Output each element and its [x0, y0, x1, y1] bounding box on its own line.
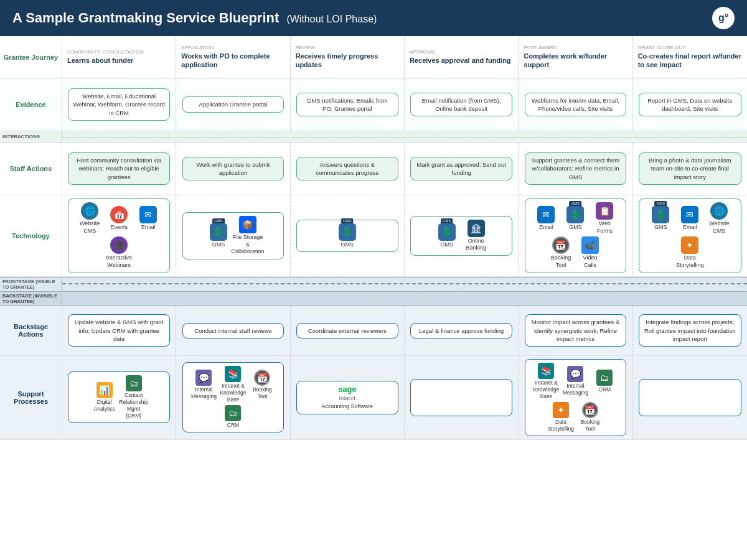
support-cell-6 [633, 356, 747, 439]
staff-card-6: Bring a photo & data journalism team on-… [639, 152, 741, 185]
dropbox-icon: 📦 [239, 216, 256, 233]
evidence-cell-3: GMS notifications, Emails from PO, Grant… [291, 78, 405, 131]
support-label-booking-2: Booking Tool [248, 386, 276, 400]
video-icon: 📹 [581, 236, 599, 254]
phase-label-6: GRANT CLOSE-OUT [638, 45, 686, 50]
backstage-divider: BACKSTAGE (INVISIBLE TO GRANTEE) [0, 292, 747, 306]
backstage-card-3: Coordinate external reviewers [296, 323, 398, 338]
tech-label-email-5: Email [539, 224, 553, 231]
tech-dropbox-group: 📦 File Storage & Collaboration [234, 216, 261, 256]
intacct-label: Intacct [339, 395, 356, 403]
support-label-crm-1: Contact Relationship Mgmt (CRM) [119, 392, 148, 419]
backstage-cell-2: Conduct internal staff reviews [176, 306, 290, 355]
tech-video-group: 📹 Video Calls [576, 236, 604, 269]
sharepoint-icon-5: 📚 [538, 363, 554, 379]
backstage-card-1: Update website & GMS with grant info; Up… [68, 314, 170, 347]
staff-actions-label: Staff Actions [0, 142, 62, 195]
gms-icon-5: 💲 [566, 206, 584, 223]
phase-col-1: COMMUNITY CONSULTATION Learns about fund… [62, 36, 176, 78]
tech-webinars-group: 🎥 Interactive Webinars [105, 236, 133, 269]
staff-card-1: Host community consultation via webinars… [68, 152, 170, 185]
page-title: A Sample Grantmaking Service Blueprint (… [12, 10, 377, 26]
tech-banking-group: 🏦 Online Banking [463, 220, 490, 252]
cms-icon-6: 🌐 [710, 202, 728, 220]
tech-webforms-group: 📋 Web Forms [591, 202, 618, 235]
support-card-2: 💬 Internal Messaging 📚 Intranet & Knowle… [182, 362, 284, 432]
datastory-icon-6: ✦ [681, 236, 698, 254]
tech-label-gms-4: GMS [440, 241, 453, 249]
tech-label-video: Video Calls [576, 254, 604, 269]
grantee-journey-row: Grantee Journey COMMUNITY CONSULTATION L… [0, 36, 747, 78]
support-datastory-group-5: ✦ Data Storytelling [547, 402, 575, 432]
phase-desc-1: Learns about funder [67, 56, 133, 65]
support-sharepoint-group: 📚 Intranet & Knowledge Base [219, 366, 247, 403]
tech-card-5: ✉ Email GMS 💲 GMS 📋 Web Forms [525, 198, 627, 273]
support-crm-group-2: 🗂 CRM [219, 405, 247, 429]
staff-cell-1: Host community consultation via webinars… [62, 142, 176, 195]
support-sharepoint-group-5: 📚 Intranet & Knowledge Base [532, 363, 560, 400]
support-label: Support Processes [0, 356, 62, 439]
crm-icon-1: 🗂 [126, 375, 142, 391]
tech-label-gms-2: GMS [212, 241, 225, 249]
tech-gms-group-2: GMS 💲 GMS [205, 223, 232, 249]
staff-card-5: Support grantees & connect them w/collab… [525, 152, 627, 185]
banking-icon: 🏦 [467, 220, 485, 237]
staff-actions-row: Staff Actions Host community consultatio… [0, 142, 747, 195]
phase-label-2: APPLICATION [181, 45, 214, 50]
support-card-1: 📊 Digital Analytics 🗂 Contact Relationsh… [68, 371, 170, 423]
staff-card-4: Mark grant as approved; Send out funding [410, 157, 512, 181]
accounting-label: Accounting Software [322, 403, 374, 411]
support-label-datastory-5: Data Storytelling [547, 419, 575, 432]
evidence-card-2: Application Grantee portal [182, 96, 284, 112]
backstage-card-6: Integrate findings across projects; Roll… [639, 314, 741, 347]
support-cell-4 [405, 356, 519, 439]
backstage-label: BACKSTAGE (INVISIBLE TO GRANTEE) [0, 292, 62, 306]
analytics-icon: 📊 [96, 382, 113, 398]
phase-col-2: APPLICATION Works with PO to complete ap… [176, 36, 290, 78]
support-label-booking-5: Booking Tool [576, 419, 604, 432]
staff-cell-3: Answers questions & communicates progres… [291, 142, 405, 195]
evidence-label: Evidence [0, 78, 62, 131]
phase-label-4: APPROVAL [410, 49, 436, 55]
staff-content: Host community consultation via webinars… [62, 142, 747, 195]
phase-desc-6: Co-creates final report w/funder to see … [638, 52, 742, 70]
evidence-card-6: Report in GMS, Data on website dashboard… [639, 93, 741, 117]
evidence-row: Evidence Website, Email, Educational Web… [0, 78, 747, 131]
gms-icon-2: 💲 [210, 223, 227, 241]
grantee-journey-label: Grantee Journey [0, 36, 62, 78]
backstage-line [62, 292, 747, 306]
booking-icon-5: 📆 [582, 402, 598, 418]
technology-row: Technology 🌐 Website CMS 📅 Events ✉ Emai… [0, 195, 747, 277]
tech-cms-group-6: 🌐 Website CMS [705, 202, 733, 235]
gms-icon-3: 💲 [339, 223, 356, 241]
tech-card-4: GMS 💲 GMS 🏦 Online Banking [410, 216, 512, 256]
blueprint-container: A Sample Grantmaking Service Blueprint (… [0, 0, 747, 560]
tech-card-1: 🌐 Website CMS 📅 Events ✉ Email 🎥 Interac… [68, 198, 170, 273]
support-booking-group-5: 📆 Booking Tool [576, 402, 604, 432]
interactions-label: INTERACTIONS [0, 131, 62, 142]
support-teams-group: 💬 Internal Messaging [190, 370, 217, 400]
backstage-card-5: Monitor impact across grantees & identif… [525, 314, 627, 347]
phase-col-3: REVIEW Receives timely progress updates [291, 36, 405, 78]
tech-card-3: GMS 💲 GMS [296, 220, 398, 253]
staff-cell-2: Work with grantee to submit application [176, 142, 290, 195]
tech-label-events: Events [110, 224, 128, 231]
interactions-divider: INTERACTIONS [0, 131, 747, 142]
logo: g° [712, 7, 735, 29]
technology-label: Technology [0, 195, 62, 276]
sharepoint-icon: 📚 [225, 366, 241, 382]
crm-icon-2: 🗂 [225, 405, 241, 421]
evidence-card-3: GMS notifications, Emails from PO, Grant… [296, 93, 398, 117]
tech-email-group-5: ✉ Email [532, 206, 560, 231]
tech-cell-4: GMS 💲 GMS 🏦 Online Banking [405, 195, 519, 276]
tech-label-email-1: Email [141, 224, 156, 231]
tech-label-webinars: Interactive Webinars [105, 254, 133, 269]
gms-icon-6: 💲 [652, 206, 669, 223]
frontstage-label: FRONTSTAGE (VISIBLE TO GRANTEE) [0, 278, 62, 291]
tech-gms-group-5: GMS 💲 GMS [561, 206, 589, 231]
evidence-content: Website, Email, Educational Webinar, Web… [62, 78, 747, 131]
backstage-actions-label: Backstage Actions [0, 306, 62, 355]
tech-label-email-6: Email [683, 224, 697, 231]
tech-label-gms-5: GMS [569, 224, 582, 231]
tech-cell-1: 🌐 Website CMS 📅 Events ✉ Email 🎥 Interac… [62, 195, 176, 276]
